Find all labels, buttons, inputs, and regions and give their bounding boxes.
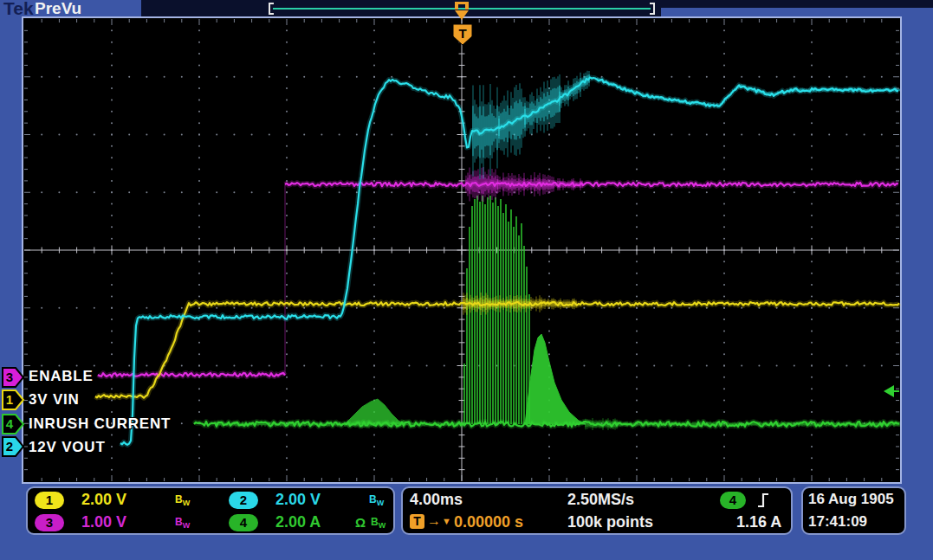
ch2-scale: 2.00 V	[275, 491, 321, 509]
ch1-scale: 2.00 V	[81, 491, 126, 509]
timebase-readout[interactable]: 4.00ms	[410, 491, 463, 509]
channel-marker-4[interactable]: 4	[3, 415, 23, 434]
channel-marker-1[interactable]: 1	[3, 390, 23, 409]
trigger-level-readout[interactable]: 1.16 A	[736, 513, 781, 531]
trigger-time-readout[interactable]: 0.00000 s	[454, 513, 523, 531]
svg-text:T: T	[458, 26, 466, 41]
date-text: 16 Aug 1905	[808, 491, 894, 508]
trace-label: 3V VIN	[29, 391, 80, 408]
ch4-impedance: Ω	[355, 515, 366, 530]
ch2-bw-limit: BW	[369, 493, 384, 507]
trigger-caret: ▼	[442, 516, 451, 526]
channel-marker-3[interactable]: 3	[3, 368, 23, 387]
ch4-scale: 2.00 A	[275, 513, 321, 531]
ch3-scale: 1.00 V	[81, 513, 126, 531]
ch2-badge[interactable]: 2	[229, 492, 258, 509]
svg-text:3: 3	[6, 370, 13, 384]
trigger-slope-icon[interactable]	[756, 491, 770, 510]
ch4-bw-limit: BW	[371, 516, 386, 530]
horizontal-trigger-box: 4.00ms 2.50MS/s 4 T → ▼ 0.00000 s 100k p…	[401, 486, 793, 535]
datetime-box: 16 Aug 1905 17:41:09	[801, 486, 906, 535]
time-text: 17:41:09	[808, 513, 867, 531]
trace-label: INRUSH CURRENT	[29, 415, 171, 432]
trigger-t-icon: T	[410, 514, 424, 529]
trigger-source-badge[interactable]: 4	[720, 492, 746, 509]
svg-text:4: 4	[6, 416, 14, 431]
ch1-bw-limit: BW	[175, 493, 190, 507]
channel-readouts-box: 1 2.00 V BW 2 2.00 V BW 3 1.00 V BW 4 2.…	[26, 486, 395, 535]
sample-rate-readout: 2.50MS/s	[567, 491, 634, 509]
trace-label: 12V VOUT	[29, 439, 106, 455]
ch3-badge[interactable]: 3	[35, 514, 64, 531]
oscilloscope-screen: Tek PreVu 3142ENABLE3V VININRUSH CURRENT…	[0, 0, 933, 560]
ch3-bw-limit: BW	[175, 516, 190, 530]
record-length-readout: 100k points	[567, 513, 653, 531]
channel-marker-2[interactable]: 2	[3, 437, 23, 456]
trigger-arrow: →	[427, 513, 441, 529]
svg-text:1: 1	[6, 392, 13, 407]
ch4-badge[interactable]: 4	[229, 514, 258, 531]
ch1-badge[interactable]: 1	[35, 492, 64, 509]
trace-label: ENABLE	[29, 368, 94, 384]
scope-display: 3142ENABLE3V VININRUSH CURRENT12V VOUTT	[0, 0, 933, 560]
svg-text:2: 2	[6, 439, 13, 454]
